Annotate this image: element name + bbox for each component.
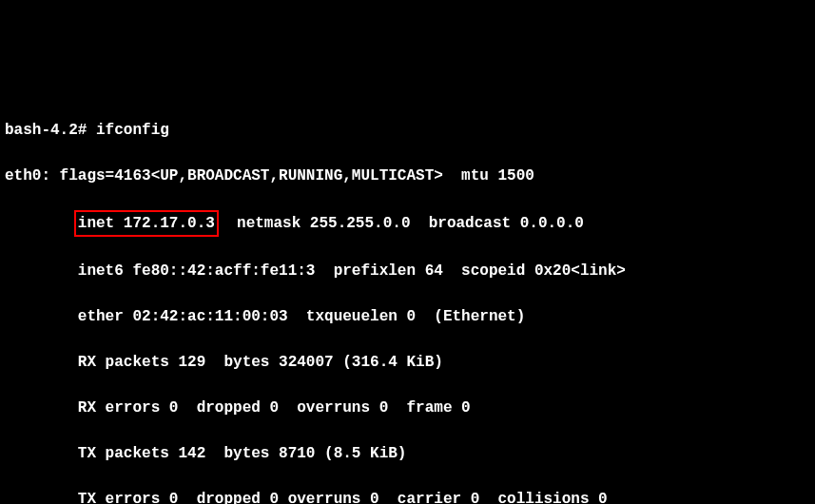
command-text: ifconfig xyxy=(96,122,169,139)
inet-rest: netmask 255.255.0.0 broadcast 0.0.0.0 xyxy=(219,215,584,232)
terminal-output[interactable]: bash-4.2# ifconfig eth0: flags=4163<UP,B… xyxy=(5,96,810,504)
eth0-header: eth0: flags=4163<UP,BROADCAST,RUNNING,MU… xyxy=(5,165,810,187)
eth0-rx-packets: RX packets 129 bytes 324007 (316.4 KiB) xyxy=(5,351,810,374)
eth0-ether: ether 02:42:ac:11:00:03 txqueuelen 0 (Et… xyxy=(5,305,810,328)
eth0-tx-errors: TX errors 0 dropped 0 overruns 0 carrier… xyxy=(5,488,810,504)
inet-indent xyxy=(5,215,78,232)
inet-highlighted: inet 172.17.0.3 xyxy=(74,210,219,237)
prompt-line-1: bash-4.2# ifconfig xyxy=(5,119,810,142)
shell-prompt: bash-4.2# xyxy=(5,122,96,139)
eth0-inet6: inet6 fe80::42:acff:fe11:3 prefixlen 64 … xyxy=(5,260,810,282)
eth0-tx-packets: TX packets 142 bytes 8710 (8.5 KiB) xyxy=(5,442,810,465)
eth0-inet-line: inet 172.17.0.3 netmask 255.255.0.0 broa… xyxy=(5,210,810,237)
eth0-rx-errors: RX errors 0 dropped 0 overruns 0 frame 0 xyxy=(5,397,810,419)
